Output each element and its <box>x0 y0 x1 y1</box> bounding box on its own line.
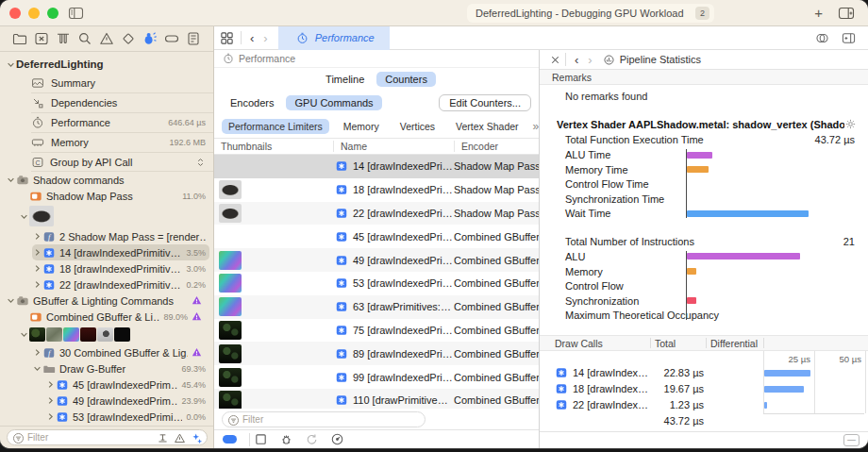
zoom-window-button[interactable] <box>47 8 58 19</box>
sidebar-item-dependencies[interactable]: Dependencies <box>31 93 213 113</box>
tree-node[interactable]: Shadow commands <box>6 172 209 188</box>
table-filter-input[interactable] <box>242 414 421 425</box>
remarks-header[interactable]: Remarks <box>540 70 868 85</box>
segment-encoders[interactable]: Encoders <box>222 95 282 110</box>
table-row[interactable]: 14 [drawIndexedPri…Shadow Map Pass <box>214 155 539 178</box>
chevron-right-icon[interactable] <box>32 279 42 290</box>
diamond-icon[interactable] <box>121 31 136 46</box>
table-row[interactable]: 53 [drawIndexedPri…Combined GBuffer & Li… <box>214 272 539 295</box>
tree-root-row[interactable]: DeferredLighting <box>0 55 213 74</box>
table-row[interactable]: 45 [drawIndexedPri…Combined GBuffer & Li… <box>214 225 539 248</box>
table-row[interactable]: 110 [drawPrimitive…Combined GBuffer & Li… <box>214 389 539 409</box>
square-icon[interactable] <box>254 432 268 446</box>
chevron-down-icon[interactable] <box>19 329 29 340</box>
tab-memory[interactable]: Memory <box>337 119 386 134</box>
tree-node[interactable]: 53 [drawIndexedPrimi…0.0% <box>45 409 209 425</box>
tab-performance-limiters[interactable]: Performance Limiters <box>222 119 329 134</box>
col-draw-calls[interactable]: Draw Calls <box>555 338 603 349</box>
add-editor-icon[interactable] <box>842 31 856 45</box>
tree-node[interactable]: Draw Directional Light1.8% <box>32 425 209 426</box>
close-square-icon[interactable] <box>34 31 49 46</box>
sidebar-filter-input[interactable] <box>27 432 152 443</box>
tree-node[interactable]: Shadow Map Pass11.0% <box>19 188 209 204</box>
col-differential[interactable]: Differential <box>710 338 758 349</box>
sidebar-item-memory[interactable]: Memory192.6 MB <box>31 133 213 153</box>
col-encoder[interactable]: Encoder <box>454 141 539 152</box>
warning-filter-icon[interactable] <box>174 431 186 444</box>
hide-panel-button[interactable]: — <box>843 434 860 446</box>
compare-icon[interactable] <box>815 31 829 45</box>
table-row[interactable]: 49 [drawIndexedPri…Combined GBuffer & Li… <box>214 248 539 272</box>
table-row[interactable]: 18 [drawIndexedPri…Shadow Map Pass <box>214 178 539 202</box>
tree-node[interactable]: 14 [drawIndexedPrimitiv…3.5% <box>32 244 209 260</box>
forward-button[interactable]: › <box>259 31 272 45</box>
tab-vertex-shader[interactable]: Vertex Shader <box>449 119 526 134</box>
tree-node[interactable]: Draw G-Buffer69.3% <box>32 360 209 377</box>
gpu-debug-icon[interactable] <box>142 31 158 46</box>
group-by-api-call[interactable]: CGroup by API Call <box>31 153 213 172</box>
grid-view-icon[interactable] <box>220 31 234 45</box>
flatten-icon[interactable] <box>157 431 169 444</box>
table-row[interactable]: 22 [drawIndexedPri…Shadow Map Pass <box>214 202 539 226</box>
bug-icon[interactable] <box>279 432 293 446</box>
segment-gpu-commands[interactable]: GPU Commands <box>286 95 381 110</box>
close-window-button[interactable] <box>9 8 21 19</box>
refresh-icon[interactable] <box>305 432 319 446</box>
table-row[interactable]: 75 [drawIndexedPri…Combined GBuffer & Li… <box>214 319 539 343</box>
chevron-right-icon[interactable] <box>32 347 42 358</box>
edit-counters-button[interactable]: Edit Counters... <box>439 94 531 111</box>
search-icon[interactable] <box>77 31 92 46</box>
col-thumbnails[interactable]: Thumbnails <box>214 141 333 152</box>
inspector-forward-button[interactable]: › <box>583 53 596 67</box>
tree-node[interactable]: 49 [drawIndexedPrim…23.9% <box>45 393 209 409</box>
capsule-icon[interactable] <box>164 31 179 46</box>
table-row[interactable]: 63 [drawPrimitives:…Combined GBuffer & L… <box>214 295 539 319</box>
chevron-right-icon[interactable] <box>32 247 42 258</box>
inspector-back-button[interactable]: ‹ <box>570 53 583 67</box>
capsule-pill-icon[interactable] <box>223 435 237 444</box>
stepper-icon[interactable] <box>195 156 206 169</box>
gear-icon[interactable] <box>844 118 857 130</box>
table-row[interactable]: 89 [drawIndexedPri…Combined GBuffer & Li… <box>214 342 539 365</box>
tree-node[interactable]: GBuffer & Lighting Commands <box>6 293 209 309</box>
sparkle-add-icon[interactable] <box>191 431 203 444</box>
report-icon[interactable] <box>186 31 201 46</box>
col-name[interactable]: Name <box>333 141 454 152</box>
segment-counters[interactable]: Counters <box>376 72 436 87</box>
sidebar-filter-field[interactable] <box>7 429 208 445</box>
chevron-right-icon[interactable] <box>32 263 42 274</box>
warning-icon[interactable] <box>99 31 114 46</box>
tree-node[interactable]: Combined GBuffer & Li…89.0% <box>19 309 209 325</box>
tree-node[interactable]: f30 Combined GBuffer & Lig… <box>32 344 209 360</box>
chevron-right-icon[interactable] <box>45 379 56 390</box>
sidebar-item-performance[interactable]: Performance646.64 µs <box>31 113 213 133</box>
tree-node[interactable]: f2 Shadow Map Pass = [render… <box>32 228 209 244</box>
chevron-down-icon[interactable] <box>6 175 16 185</box>
draw-call-stat-row[interactable]: 22 [drawIndex…1.23 µs <box>540 397 868 413</box>
toggle-sidebar-icon[interactable] <box>68 6 84 21</box>
sidebar-item-summary[interactable]: Summary <box>31 74 213 93</box>
tree-node[interactable]: 18 [drawIndexedPrimitiv…3.0% <box>32 260 209 276</box>
chevron-down-icon[interactable] <box>6 295 16 306</box>
minimize-window-button[interactable] <box>28 8 40 19</box>
chevron-down-icon[interactable] <box>19 211 29 222</box>
tree-node[interactable]: 45 [drawIndexedPrim…45.4% <box>45 377 209 393</box>
col-total[interactable]: Total <box>655 338 676 349</box>
draw-call-stat-row[interactable]: 18 [drawIndex…19.67 µs <box>540 381 868 397</box>
close-icon[interactable] <box>549 54 561 66</box>
gauge-icon[interactable] <box>330 432 344 446</box>
chevron-right-icon[interactable] <box>45 411 56 422</box>
draw-call-stat-row[interactable]: 14 [drawIndex…22.83 µs <box>540 365 868 381</box>
folder-icon[interactable] <box>12 31 27 46</box>
add-tab-button[interactable]: + <box>814 6 823 20</box>
chevron-right-icon[interactable] <box>32 231 42 242</box>
segment-timeline[interactable]: Timeline <box>317 72 373 87</box>
back-button[interactable]: ‹ <box>245 31 259 45</box>
tab-performance[interactable]: Performance <box>278 26 390 50</box>
chevron-right-icon[interactable] <box>45 395 56 406</box>
toggle-inspector-icon[interactable] <box>838 6 855 21</box>
table-row[interactable]: 99 [drawIndexedPri…Combined GBuffer & Li… <box>214 365 539 389</box>
chevron-down-icon[interactable] <box>32 363 42 374</box>
test-rack-icon[interactable] <box>56 31 71 46</box>
chevron-down-icon[interactable] <box>6 59 16 70</box>
